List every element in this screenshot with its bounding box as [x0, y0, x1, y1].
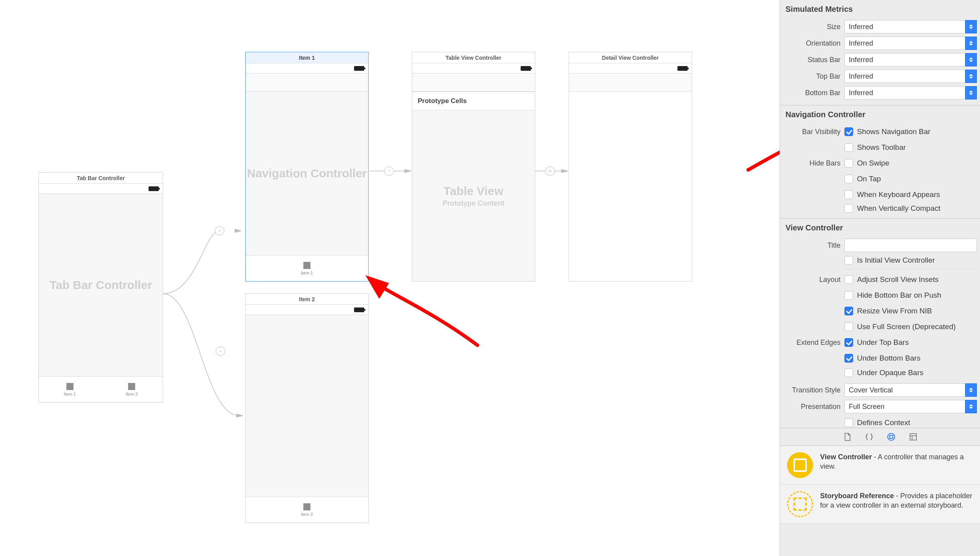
vc-placeholder-label: Navigation Controller [247, 167, 367, 180]
checkbox-shows-toolbar[interactable] [844, 143, 853, 152]
library-tab-media[interactable] [908, 431, 919, 442]
tab-item-2[interactable]: Item 2 [101, 377, 163, 402]
checkbox-when-keyboard-appears[interactable] [844, 190, 853, 199]
table-view-label: Table View [444, 184, 503, 198]
checkbox-on-swipe[interactable] [844, 159, 853, 168]
checkbox-on-tap[interactable] [844, 175, 853, 183]
navigation-bar[interactable] [412, 74, 535, 92]
select-size[interactable]: Inferred [844, 20, 965, 33]
checkbox-label: Defines Context [857, 418, 910, 427]
svg-marker-2 [405, 169, 411, 173]
select-orientation[interactable]: Inferred [844, 37, 965, 50]
checkbox-label: When Vertically Compact [857, 204, 940, 213]
attributes-inspector: Simulated Metrics SizeInferred Orientati… [780, 0, 980, 556]
battery-icon [354, 66, 364, 71]
svg-rect-12 [910, 434, 916, 440]
scene-tab-bar-controller[interactable]: Tab Bar Controller Tab Bar Controller It… [39, 172, 163, 403]
select-stepper[interactable] [965, 70, 977, 83]
checkbox-under-top-bars[interactable] [844, 338, 853, 347]
library-tab-file[interactable] [842, 431, 853, 442]
vc-placeholder-label: Tab Bar Controller [50, 278, 152, 292]
library-tab-objects[interactable] [886, 431, 897, 442]
scene-title: Tab Bar Controller [39, 173, 163, 184]
select-stepper[interactable] [965, 383, 977, 397]
status-bar [412, 63, 535, 74]
storyboard-canvas[interactable]: Tab Bar Controller Tab Bar Controller It… [0, 0, 756, 556]
status-bar [39, 184, 163, 194]
scene-table-view-controller[interactable]: Table View Controller Prototype Cells Ta… [412, 52, 535, 282]
segue-table-to-detail[interactable] [545, 166, 555, 176]
library-tab-code[interactable] [864, 431, 875, 442]
tab-item-1[interactable]: Item 1 [39, 377, 101, 402]
checkbox-label: On Swipe [857, 159, 889, 168]
checkbox-label: Hide Bottom Bar on Push [857, 291, 941, 300]
navigation-bar[interactable] [569, 74, 692, 92]
label-bar-visibility: Bar Visibility [780, 128, 844, 136]
checkbox-label: Adjust Scroll View Insets [857, 275, 939, 284]
library-item-text: Storyboard Reference - Provides a placeh… [820, 491, 973, 510]
select-presentation[interactable]: Full Screen [844, 400, 965, 413]
tab-item: Item 2 [301, 497, 313, 523]
label-layout: Layout [780, 276, 844, 284]
tab-item: Item 1 [301, 256, 313, 281]
tab-bar: Item 1 [246, 255, 368, 281]
checkbox-under-bottom-bars[interactable] [844, 354, 853, 363]
checkbox-defines-context[interactable] [844, 418, 853, 427]
select-top-bar[interactable]: Inferred [844, 70, 965, 83]
battery-icon [354, 307, 364, 312]
svg-marker-3 [562, 169, 568, 173]
svg-rect-11 [890, 435, 893, 438]
select-stepper[interactable] [965, 400, 977, 413]
square-icon [303, 262, 310, 269]
select-stepper[interactable] [965, 20, 977, 33]
scene-navigation-controller-item1[interactable]: Item 1 Navigation Controller Item 1 [245, 52, 369, 282]
checkbox-when-vertically-compact[interactable] [844, 204, 853, 213]
svg-rect-7 [549, 170, 551, 172]
select-stepper[interactable] [965, 37, 977, 50]
checkbox-hide-bottom-bar-on-push[interactable] [844, 291, 853, 300]
svg-marker-1 [237, 414, 243, 417]
scene-title: Table View Controller [412, 52, 535, 63]
navigation-bar[interactable] [246, 74, 368, 92]
square-icon [303, 503, 310, 510]
library-item-text: View Controller - A controller that mana… [820, 452, 973, 471]
storyboard-reference-icon [787, 491, 813, 517]
select-transition-style[interactable]: Cover Vertical [844, 383, 965, 397]
library-item-view-controller[interactable]: View Controller - A controller that mana… [780, 446, 980, 485]
battery-icon [521, 66, 531, 71]
square-icon [66, 383, 73, 390]
label-status-bar: Status Bar [780, 56, 844, 64]
scene-detail-view-controller[interactable]: Detail View Controller [569, 52, 692, 282]
tab-bar[interactable]: Item 1 Item 2 [39, 376, 163, 402]
checkbox-is-initial-view-controller[interactable] [844, 256, 853, 265]
checkbox-label: Use Full Screen (Deprecated) [857, 322, 956, 331]
checkbox-label: Resize View From NIB [857, 307, 932, 315]
checkbox-use-full-screen-deprecated[interactable] [844, 322, 853, 331]
checkbox-resize-view-from-nib[interactable] [844, 307, 853, 315]
segue-tabbar-to-item1[interactable] [215, 226, 224, 236]
checkbox-under-opaque-bars[interactable] [844, 368, 853, 377]
status-bar [246, 63, 368, 74]
view-controller-icon [787, 452, 813, 478]
scene-navigation-controller-item2[interactable]: Item 2 Item 2 [245, 293, 369, 523]
checkbox-label: Shows Toolbar [857, 143, 906, 152]
select-stepper[interactable] [965, 53, 977, 66]
checkbox-label: Under Opaque Bars [857, 368, 923, 377]
label-transition-style: Transition Style [780, 386, 844, 394]
checkbox-adjust-scroll-view-insets[interactable] [844, 275, 853, 284]
library-item-storyboard-reference[interactable]: Storyboard Reference - Provides a placeh… [780, 485, 980, 524]
select-stepper[interactable] [965, 86, 977, 99]
scene-title: Detail View Controller [569, 52, 692, 63]
section-view-controller: View Controller [780, 219, 980, 237]
select-status-bar[interactable]: Inferred [844, 53, 965, 66]
segue-nav-to-table[interactable] [384, 166, 394, 176]
checkbox-label: When Keyboard Appears [857, 190, 940, 199]
svg-point-5 [220, 351, 221, 352]
textfield-title[interactable] [844, 239, 977, 252]
checkbox-label: Shows Navigation Bar [857, 127, 930, 136]
svg-point-4 [219, 230, 220, 232]
checkbox-shows-navigation-bar[interactable] [844, 127, 853, 136]
select-bottom-bar[interactable]: Inferred [844, 86, 965, 99]
checkbox-label: Under Bottom Bars [857, 354, 921, 363]
segue-tabbar-to-item2[interactable] [216, 346, 225, 356]
